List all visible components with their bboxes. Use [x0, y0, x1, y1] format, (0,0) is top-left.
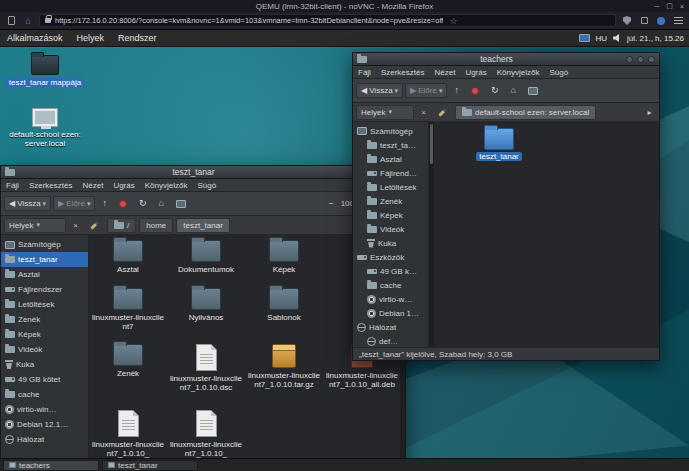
sidebar-item-cache[interactable]: cache: [1, 387, 88, 402]
hamburger-menu-icon[interactable]: [672, 15, 684, 27]
file-item-teszt-tanar[interactable]: teszt_tanar: [462, 128, 536, 161]
menu-help[interactable]: Súgó: [192, 181, 221, 190]
sidebar-item-letoltesek[interactable]: Letöltések: [353, 180, 428, 194]
home-button[interactable]: ⌂: [506, 83, 521, 98]
menu-go[interactable]: Ugrás: [460, 68, 491, 77]
sidebar-item-letoltesek[interactable]: Letöltések: [1, 297, 88, 312]
sidebar-item-asztal[interactable]: Asztal: [1, 267, 88, 282]
minimize-icon[interactable]: ─: [654, 3, 659, 10]
taskbar-button-teachers[interactable]: teachers: [3, 460, 99, 471]
menu-file[interactable]: Fájl: [1, 181, 24, 190]
stop-button[interactable]: [114, 197, 132, 211]
file-item[interactable]: linuxmuster-linuxclient7: [89, 283, 167, 339]
file-view[interactable]: teszt_tanar: [434, 122, 659, 347]
file-item[interactable]: linuxmuster-linuxclient7_1.0.10.tar.gz: [245, 339, 323, 405]
breadcrumb-scroll-right-icon[interactable]: ▸: [643, 105, 656, 120]
sidebar-item-49gb-kotet[interactable]: 49 GB kötet: [1, 372, 88, 387]
sidebar-item-teszt-tanar[interactable]: teszt_tanar: [1, 252, 88, 267]
sidebar-item-zenek[interactable]: Zenék: [353, 194, 428, 208]
menu-applications[interactable]: Alkalmazások: [0, 30, 70, 46]
breadcrumb-current[interactable]: default-school ezen: server.local: [455, 105, 596, 120]
menu-go[interactable]: Ugrás: [108, 181, 139, 190]
maximize-button[interactable]: [637, 56, 644, 63]
zoom-out-button[interactable]: −: [324, 196, 339, 211]
back-button[interactable]: ◀ Vissza ▾: [4, 196, 51, 211]
reload-button[interactable]: ↻: [134, 196, 152, 211]
stop-button[interactable]: [466, 84, 484, 98]
extensions-icon[interactable]: [638, 15, 650, 27]
desktop-icon-teszt-tanar-mappaja[interactable]: teszt_tanar mappája: [0, 55, 90, 87]
places-combo[interactable]: Helyek ▾: [4, 218, 66, 233]
places-combo[interactable]: Helyek ▾: [356, 105, 414, 120]
menu-view[interactable]: Nézet: [77, 181, 108, 190]
clock[interactable]: júl. 21., h, 15.26: [627, 34, 684, 43]
taskbar-button-teszt-tanar[interactable]: teszt_tanar: [102, 460, 198, 471]
up-button[interactable]: ↑: [449, 83, 464, 98]
sidebar-item-asztal[interactable]: Asztal: [353, 152, 428, 166]
window-titlebar[interactable]: teszt_tanar: [1, 166, 405, 179]
menu-places[interactable]: Helyek: [70, 30, 112, 46]
breadcrumb-home[interactable]: home: [139, 218, 173, 233]
minimize-button[interactable]: [626, 56, 633, 63]
desktop-icon-default-school[interactable]: default-school ezen: server.local: [0, 108, 90, 148]
up-button[interactable]: ↑: [97, 196, 112, 211]
sidebar-item-kepek[interactable]: Képek: [1, 327, 88, 342]
menu-edit[interactable]: Szerkesztés: [376, 68, 430, 77]
maximize-icon[interactable]: ▢: [666, 2, 673, 10]
reload-button[interactable]: ↻: [486, 83, 504, 98]
profile-icon[interactable]: [655, 15, 667, 27]
file-item[interactable]: Dokumentumok: [167, 235, 245, 283]
menu-file[interactable]: Fájl: [353, 68, 376, 77]
file-item[interactable]: Zenék: [89, 339, 167, 405]
computer-button[interactable]: [171, 197, 191, 211]
edit-location-button[interactable]: [85, 221, 104, 230]
sidebar-item-virtio-win[interactable]: virtio-win…: [1, 402, 88, 417]
menu-bookmarks[interactable]: Könyvjelzők: [140, 181, 193, 190]
sidebar-item-virtio-win[interactable]: virtio-w…: [353, 292, 428, 306]
sidebar-item-kuka[interactable]: Kuka: [1, 357, 88, 372]
menu-help[interactable]: Súgó: [544, 68, 573, 77]
file-item[interactable]: Sablonok: [245, 283, 323, 339]
sidebar-item-kuka[interactable]: Kuka: [353, 236, 428, 250]
computer-button[interactable]: [523, 84, 543, 98]
home-icon[interactable]: ⌂: [22, 15, 34, 27]
forward-button[interactable]: ▶ Előre ▾: [405, 83, 447, 98]
sidebar-header-halozat[interactable]: Hálózat: [353, 320, 428, 334]
close-sidebar-button[interactable]: ×: [69, 218, 82, 233]
sidebar-item-videok[interactable]: Videók: [353, 222, 428, 236]
volume-icon[interactable]: [613, 34, 621, 42]
bookmark-star-icon[interactable]: ☆: [447, 15, 459, 27]
close-button[interactable]: [648, 56, 655, 63]
keyboard-layout-indicator[interactable]: HU: [596, 34, 608, 43]
url-bar[interactable]: https://172.16.0.20:8006/?console=kvm&no…: [39, 14, 616, 27]
sidebar-item-49gb-kotet[interactable]: 49 GB k…: [353, 264, 428, 278]
breadcrumb-current[interactable]: teszt_tanar: [176, 218, 230, 233]
sidebar-item-teszt-tanar[interactable]: teszt_ta…: [353, 138, 428, 152]
page-icon[interactable]: [5, 15, 17, 27]
window-titlebar[interactable]: teachers: [353, 53, 659, 66]
menu-edit[interactable]: Szerkesztés: [24, 181, 78, 190]
sidebar-item-halozat[interactable]: Hálózat: [1, 432, 88, 447]
sidebar-item-default-school[interactable]: def…: [353, 334, 428, 347]
sidebar-item-debian[interactable]: Debian 12.1…: [1, 417, 88, 432]
breadcrumb-root[interactable]: /: [107, 218, 136, 233]
sidebar-item-kepek[interactable]: Képek: [353, 208, 428, 222]
sidebar-item-fajlrendszer[interactable]: Fájlrend…: [353, 166, 428, 180]
close-icon[interactable]: ×: [680, 3, 684, 10]
sidebar-header-computer[interactable]: Számítógép: [353, 124, 428, 138]
back-button[interactable]: ◀ Vissza ▾: [356, 83, 403, 98]
sidebar-header-eszkozok[interactable]: Eszközök: [353, 250, 428, 264]
menu-system[interactable]: Rendszer: [111, 30, 164, 46]
menu-view[interactable]: Nézet: [429, 68, 460, 77]
file-item[interactable]: Asztal: [89, 235, 167, 283]
sidebar-item-videok[interactable]: Videók: [1, 342, 88, 357]
menu-bookmarks[interactable]: Könyvjelzők: [492, 68, 545, 77]
forward-button[interactable]: ▶ Előre ▾: [53, 196, 95, 211]
sidebar-item-cache[interactable]: cache: [353, 278, 428, 292]
edit-location-button[interactable]: [433, 108, 452, 117]
home-button[interactable]: ⌂: [154, 196, 169, 211]
sidebar-item-zenek[interactable]: Zenék: [1, 312, 88, 327]
file-item[interactable]: Képek: [245, 235, 323, 283]
file-item[interactable]: linuxmuster-linuxclient7_1.0.10.dsc: [167, 339, 245, 405]
sidebar-item-computer[interactable]: Számítógép: [1, 237, 88, 252]
